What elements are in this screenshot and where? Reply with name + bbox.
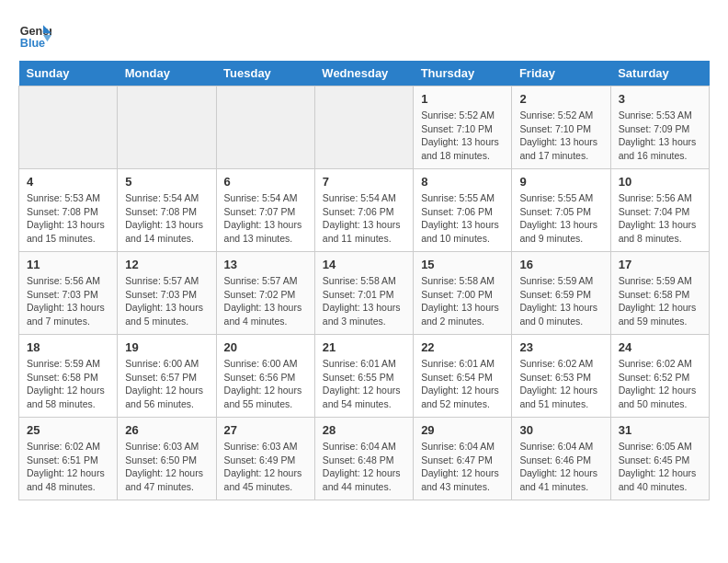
svg-text:Blue: Blue — [20, 37, 45, 50]
day-info: Sunrise: 6:04 AM Sunset: 6:47 PM Dayligh… — [421, 440, 504, 494]
day-info: Sunrise: 5:54 AM Sunset: 7:08 PM Dayligh… — [125, 191, 208, 246]
day-number: 27 — [224, 423, 307, 437]
day-info: Sunrise: 5:54 AM Sunset: 7:06 PM Dayligh… — [323, 191, 405, 246]
day-info: Sunrise: 6:02 AM Sunset: 6:52 PM Dayligh… — [619, 357, 701, 411]
calendar-cell — [314, 86, 413, 169]
day-number: 6 — [224, 175, 307, 189]
calendar-cell: 20Sunrise: 6:00 AM Sunset: 6:56 PM Dayli… — [216, 335, 314, 418]
weekday-header-saturday: Saturday — [610, 61, 709, 86]
day-number: 1 — [421, 92, 504, 106]
day-info: Sunrise: 6:00 AM Sunset: 6:56 PM Dayligh… — [224, 357, 307, 411]
weekday-header-thursday: Thursday — [414, 61, 512, 86]
weekday-header-monday: Monday — [118, 61, 216, 86]
calendar-cell: 25Sunrise: 6:02 AM Sunset: 6:51 PM Dayli… — [19, 418, 118, 500]
weekday-header-sunday: Sunday — [19, 61, 118, 86]
calendar-cell: 30Sunrise: 6:04 AM Sunset: 6:46 PM Dayli… — [512, 418, 610, 500]
day-number: 16 — [519, 258, 602, 271]
weekday-header-wednesday: Wednesday — [314, 61, 413, 86]
day-info: Sunrise: 5:52 AM Sunset: 7:10 PM Dayligh… — [421, 109, 504, 163]
day-number: 18 — [27, 340, 109, 354]
calendar-cell: 5Sunrise: 5:54 AM Sunset: 7:08 PM Daylig… — [118, 169, 216, 252]
day-number: 10 — [619, 175, 701, 189]
calendar-cell: 12Sunrise: 5:57 AM Sunset: 7:03 PM Dayli… — [118, 252, 216, 335]
day-info: Sunrise: 5:59 AM Sunset: 6:58 PM Dayligh… — [27, 357, 109, 411]
weekday-header-tuesday: Tuesday — [216, 61, 314, 86]
day-number: 20 — [224, 340, 307, 354]
calendar-cell: 17Sunrise: 5:59 AM Sunset: 6:58 PM Dayli… — [610, 252, 709, 335]
logo-icon: General Blue — [18, 18, 51, 52]
calendar-week-row: 11Sunrise: 5:56 AM Sunset: 7:03 PM Dayli… — [19, 252, 710, 335]
day-number: 26 — [125, 423, 208, 437]
day-number: 29 — [421, 423, 504, 437]
day-number: 22 — [421, 340, 504, 354]
weekday-header-friday: Friday — [512, 61, 610, 86]
day-info: Sunrise: 6:00 AM Sunset: 6:57 PM Dayligh… — [125, 357, 208, 411]
day-info: Sunrise: 6:02 AM Sunset: 6:53 PM Dayligh… — [519, 357, 602, 411]
day-number: 8 — [421, 175, 504, 189]
calendar-cell: 6Sunrise: 5:54 AM Sunset: 7:07 PM Daylig… — [216, 169, 314, 252]
day-number: 28 — [323, 423, 405, 437]
day-number: 3 — [619, 92, 701, 106]
day-info: Sunrise: 5:55 AM Sunset: 7:05 PM Dayligh… — [519, 191, 602, 246]
calendar-cell: 8Sunrise: 5:55 AM Sunset: 7:06 PM Daylig… — [414, 169, 512, 252]
calendar-cell: 28Sunrise: 6:04 AM Sunset: 6:48 PM Dayli… — [314, 418, 413, 500]
day-number: 21 — [323, 340, 405, 354]
calendar-cell: 24Sunrise: 6:02 AM Sunset: 6:52 PM Dayli… — [610, 335, 709, 418]
day-number: 11 — [27, 258, 109, 271]
logo: General Blue — [18, 18, 51, 52]
day-number: 9 — [519, 175, 602, 189]
calendar-cell: 4Sunrise: 5:53 AM Sunset: 7:08 PM Daylig… — [19, 169, 118, 252]
calendar-cell: 14Sunrise: 5:58 AM Sunset: 7:01 PM Dayli… — [314, 252, 413, 335]
day-info: Sunrise: 5:53 AM Sunset: 7:09 PM Dayligh… — [619, 109, 701, 163]
calendar-cell: 22Sunrise: 6:01 AM Sunset: 6:54 PM Dayli… — [414, 335, 512, 418]
calendar-cell — [118, 86, 216, 169]
day-number: 25 — [27, 423, 109, 437]
calendar-cell: 1Sunrise: 5:52 AM Sunset: 7:10 PM Daylig… — [414, 86, 512, 169]
calendar-cell: 13Sunrise: 5:57 AM Sunset: 7:02 PM Dayli… — [216, 252, 314, 335]
calendar-week-row: 18Sunrise: 5:59 AM Sunset: 6:58 PM Dayli… — [19, 335, 710, 418]
calendar-week-row: 25Sunrise: 6:02 AM Sunset: 6:51 PM Dayli… — [19, 418, 710, 500]
calendar-cell: 7Sunrise: 5:54 AM Sunset: 7:06 PM Daylig… — [314, 169, 413, 252]
calendar-cell: 29Sunrise: 6:04 AM Sunset: 6:47 PM Dayli… — [414, 418, 512, 500]
day-info: Sunrise: 5:52 AM Sunset: 7:10 PM Dayligh… — [519, 109, 602, 163]
calendar-cell: 9Sunrise: 5:55 AM Sunset: 7:05 PM Daylig… — [512, 169, 610, 252]
day-number: 7 — [323, 175, 405, 189]
calendar-cell: 19Sunrise: 6:00 AM Sunset: 6:57 PM Dayli… — [118, 335, 216, 418]
day-info: Sunrise: 6:04 AM Sunset: 6:46 PM Dayligh… — [519, 440, 602, 494]
day-number: 23 — [519, 340, 602, 354]
calendar-cell: 16Sunrise: 5:59 AM Sunset: 6:59 PM Dayli… — [512, 252, 610, 335]
day-info: Sunrise: 5:56 AM Sunset: 7:04 PM Dayligh… — [619, 191, 701, 246]
day-info: Sunrise: 5:56 AM Sunset: 7:03 PM Dayligh… — [27, 274, 109, 328]
day-number: 14 — [323, 258, 405, 271]
day-info: Sunrise: 6:03 AM Sunset: 6:49 PM Dayligh… — [224, 440, 307, 494]
day-number: 4 — [27, 175, 109, 189]
calendar-cell: 31Sunrise: 6:05 AM Sunset: 6:45 PM Dayli… — [610, 418, 709, 500]
day-info: Sunrise: 5:54 AM Sunset: 7:07 PM Dayligh… — [224, 191, 307, 246]
calendar-cell: 10Sunrise: 5:56 AM Sunset: 7:04 PM Dayli… — [610, 169, 709, 252]
day-number: 5 — [125, 175, 208, 189]
day-number: 24 — [619, 340, 701, 354]
calendar-table: SundayMondayTuesdayWednesdayThursdayFrid… — [18, 61, 710, 500]
calendar-cell — [216, 86, 314, 169]
day-info: Sunrise: 5:55 AM Sunset: 7:06 PM Dayligh… — [421, 191, 504, 246]
day-info: Sunrise: 5:59 AM Sunset: 6:58 PM Dayligh… — [619, 274, 701, 328]
calendar-week-row: 1Sunrise: 5:52 AM Sunset: 7:10 PM Daylig… — [19, 86, 710, 169]
calendar-cell: 2Sunrise: 5:52 AM Sunset: 7:10 PM Daylig… — [512, 86, 610, 169]
day-number: 13 — [224, 258, 307, 271]
calendar-cell: 15Sunrise: 5:58 AM Sunset: 7:00 PM Dayli… — [414, 252, 512, 335]
day-number: 19 — [125, 340, 208, 354]
calendar-cell: 26Sunrise: 6:03 AM Sunset: 6:50 PM Dayli… — [118, 418, 216, 500]
header: General Blue — [18, 18, 710, 52]
calendar-cell: 11Sunrise: 5:56 AM Sunset: 7:03 PM Dayli… — [19, 252, 118, 335]
day-info: Sunrise: 5:58 AM Sunset: 7:01 PM Dayligh… — [323, 274, 405, 328]
day-info: Sunrise: 5:59 AM Sunset: 6:59 PM Dayligh… — [519, 274, 602, 328]
day-info: Sunrise: 6:01 AM Sunset: 6:55 PM Dayligh… — [323, 357, 405, 411]
day-info: Sunrise: 5:57 AM Sunset: 7:03 PM Dayligh… — [125, 274, 208, 328]
calendar-week-row: 4Sunrise: 5:53 AM Sunset: 7:08 PM Daylig… — [19, 169, 710, 252]
day-info: Sunrise: 6:03 AM Sunset: 6:50 PM Dayligh… — [125, 440, 208, 494]
day-info: Sunrise: 6:05 AM Sunset: 6:45 PM Dayligh… — [619, 440, 701, 494]
calendar-cell: 21Sunrise: 6:01 AM Sunset: 6:55 PM Dayli… — [314, 335, 413, 418]
day-info: Sunrise: 6:01 AM Sunset: 6:54 PM Dayligh… — [421, 357, 504, 411]
day-info: Sunrise: 5:57 AM Sunset: 7:02 PM Dayligh… — [224, 274, 307, 328]
calendar-cell: 18Sunrise: 5:59 AM Sunset: 6:58 PM Dayli… — [19, 335, 118, 418]
